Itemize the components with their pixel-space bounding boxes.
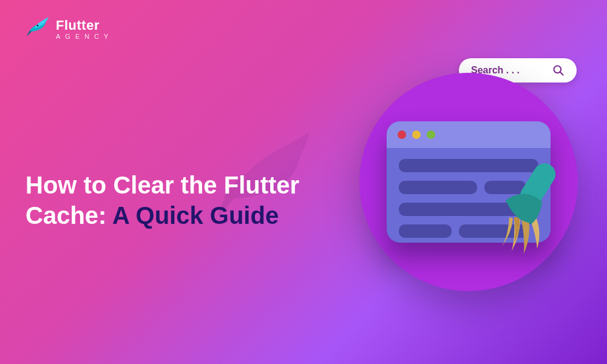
traffic-light-minimize-icon — [412, 130, 421, 139]
logo-text-top: Flutter — [56, 19, 113, 32]
svg-point-0 — [37, 25, 39, 27]
illustration-backdrop — [359, 73, 578, 291]
logo-text: Flutter AGENCY — [56, 19, 113, 40]
brand-logo: Flutter AGENCY — [22, 15, 113, 44]
traffic-light-close-icon — [398, 130, 406, 139]
brush-icon — [475, 157, 566, 266]
traffic-light-maximize-icon — [427, 130, 435, 139]
headline-line2-part2: A Quick Guide — [112, 202, 279, 229]
svg-line-2 — [560, 72, 563, 75]
headline-line1: How to Clear the Flutter — [25, 170, 299, 200]
content-bar — [399, 224, 452, 238]
content-bar — [399, 181, 477, 194]
browser-titlebar — [387, 121, 551, 148]
browser-window-illustration — [387, 121, 551, 243]
article-title: How to Clear the Flutter Cache: A Quick … — [25, 170, 299, 231]
hummingbird-icon — [22, 15, 51, 44]
search-icon — [552, 64, 565, 76]
headline-line2-part1: Cache: — [25, 202, 106, 229]
logo-text-bottom: AGENCY — [56, 33, 113, 40]
